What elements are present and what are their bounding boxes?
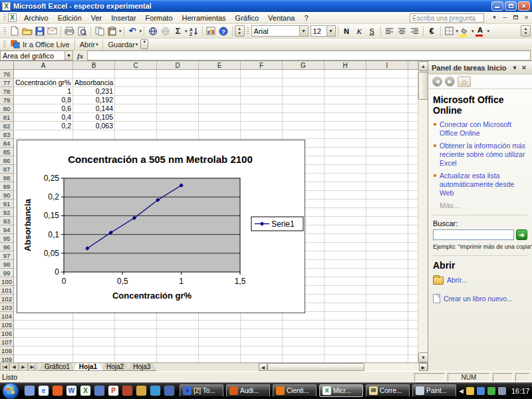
cell-B109[interactable] [73, 355, 115, 362]
cell-D80[interactable] [157, 104, 199, 113]
tray-network-icon[interactable] [477, 387, 485, 395]
cell-I84[interactable] [366, 139, 408, 148]
cell-F78[interactable] [241, 87, 283, 96]
chevron-down-icon[interactable]: ▼ [327, 26, 335, 36]
quicklaunch-word-icon[interactable]: W [66, 386, 76, 396]
cell-A81[interactable]: 0,4 [14, 113, 73, 122]
cell-I104[interactable] [366, 312, 408, 321]
borders-icon[interactable] [443, 25, 456, 37]
sort-ascending-icon[interactable]: AZ [188, 25, 200, 37]
tray-antivirus-icon[interactable] [487, 387, 495, 395]
row-header-86[interactable]: 86 [0, 156, 14, 165]
taskbar-button-correo[interactable]: ✉Corre... [366, 384, 410, 397]
workbook-restore-button[interactable] [511, 13, 521, 22]
office-online-link-1[interactable]: Conectar con Microsoft Office Online [433, 120, 527, 138]
cell-E77[interactable] [199, 78, 241, 87]
row-header-84[interactable]: 84 [0, 139, 14, 148]
toolbar-grip[interactable] [3, 41, 6, 49]
menu-archivo[interactable]: Archivo [19, 13, 53, 23]
abrir-link[interactable]: Abrir... [447, 276, 467, 285]
row-header-109[interactable]: 109 [0, 355, 14, 362]
taskbar-button-audio-app[interactable]: Audi... [226, 384, 270, 397]
cell-H102[interactable] [325, 295, 366, 303]
toolbar-options-icon[interactable]: ▴▾ [235, 25, 245, 37]
menu-insertar[interactable]: Insertar [106, 13, 140, 23]
scroll-up-icon[interactable]: ▲ [418, 61, 428, 71]
cell-I88[interactable] [366, 174, 408, 182]
last-sheet-icon[interactable]: ▶| [28, 363, 37, 371]
save-icon[interactable] [33, 25, 46, 37]
scroll-left-icon[interactable]: ◀ [259, 363, 267, 371]
font-color-dropdown-icon[interactable]: ▾ [487, 29, 490, 34]
cell-F82[interactable] [241, 122, 283, 130]
cell-H81[interactable] [325, 113, 366, 122]
cell-I78[interactable] [366, 87, 408, 96]
row-header-100[interactable]: 100 [0, 277, 14, 286]
cell-A105[interactable] [14, 321, 73, 329]
quicklaunch-show-desktop-icon[interactable] [25, 386, 35, 396]
menu-ventana[interactable]: Ventana [263, 13, 299, 23]
question-box[interactable]: Escriba una pregunta [410, 13, 484, 23]
row-header-76[interactable]: 76 [0, 70, 14, 78]
row-header-88[interactable]: 88 [0, 174, 14, 182]
cell-C80[interactable] [115, 104, 157, 113]
row-header-87[interactable]: 87 [0, 165, 14, 174]
cell-D79[interactable] [157, 96, 199, 104]
cell-B105[interactable] [73, 321, 115, 329]
cell-H107[interactable] [325, 338, 366, 346]
horizontal-scrollbar[interactable]: ◀ ▶ [259, 363, 428, 371]
cell-F108[interactable] [241, 346, 283, 355]
cell-H98[interactable] [325, 260, 366, 269]
guardar-menu-button[interactable]: Guardar ▾ [105, 39, 140, 50]
cell-I93[interactable] [366, 217, 408, 225]
cell-E78[interactable] [199, 87, 241, 96]
toolbar-grip[interactable] [3, 14, 6, 22]
toolbar-grip[interactable] [247, 27, 249, 35]
cell-D81[interactable] [157, 113, 199, 122]
row-header-94[interactable]: 94 [0, 225, 14, 234]
align-center-icon[interactable] [396, 25, 408, 37]
row-header-89[interactable]: 89 [0, 182, 14, 191]
font-color-icon[interactable]: A [474, 25, 487, 37]
taskbar-button-torrent[interactable]: a[2] To... [180, 384, 223, 397]
cell-F107[interactable] [241, 338, 283, 346]
paste-dropdown-icon[interactable]: ▾ [119, 29, 122, 34]
previous-sheet-icon[interactable]: ◀ [9, 363, 19, 371]
row-header-81[interactable]: 81 [0, 113, 14, 122]
cell-H99[interactable] [325, 269, 366, 277]
cell-I89[interactable] [366, 182, 408, 191]
cell-I86[interactable] [366, 156, 408, 165]
cell-F79[interactable] [241, 96, 283, 104]
quicklaunch-app-gold-icon[interactable] [136, 386, 146, 396]
search-go-icon[interactable]: ➔ [516, 229, 527, 240]
column-header-I[interactable]: I [366, 61, 408, 70]
tray-display-icon[interactable] [498, 387, 506, 395]
cell-H95[interactable] [325, 234, 366, 243]
cell-D82[interactable] [157, 122, 199, 130]
cell-A77[interactable]: Cocentración gr% [14, 78, 73, 87]
formula-input[interactable] [87, 51, 531, 61]
cell-I103[interactable] [366, 303, 408, 312]
cell-A82[interactable]: 0,2 [14, 122, 73, 130]
cell-I92[interactable] [366, 208, 408, 217]
chart-wizard-icon[interactable] [205, 25, 217, 37]
cell-D107[interactable] [157, 338, 199, 346]
cell-I100[interactable] [366, 277, 408, 286]
cell-E107[interactable] [199, 338, 241, 346]
web-toolbar-icon[interactable] [159, 25, 172, 37]
cell-H92[interactable] [325, 208, 366, 217]
row-header-99[interactable]: 99 [0, 269, 14, 277]
cell-I99[interactable] [366, 269, 408, 277]
font-size-combo[interactable]: 12 ▼ [311, 25, 336, 37]
cell-H90[interactable] [325, 191, 366, 200]
vertical-scrollbar[interactable]: ▲ ▼ [418, 61, 428, 362]
cell-B77[interactable]: Absorbancia [73, 78, 115, 87]
cell-C81[interactable] [115, 113, 157, 122]
row-header-105[interactable]: 105 [0, 321, 14, 329]
quicklaunch-movie-maker-icon[interactable] [94, 386, 104, 396]
cell-F106[interactable] [241, 329, 283, 338]
cell-C105[interactable] [115, 321, 157, 329]
row-header-82[interactable]: 82 [0, 122, 14, 130]
search-input[interactable] [433, 229, 514, 240]
link-text[interactable]: Actualizar esta lista automáticamente de… [440, 172, 527, 198]
